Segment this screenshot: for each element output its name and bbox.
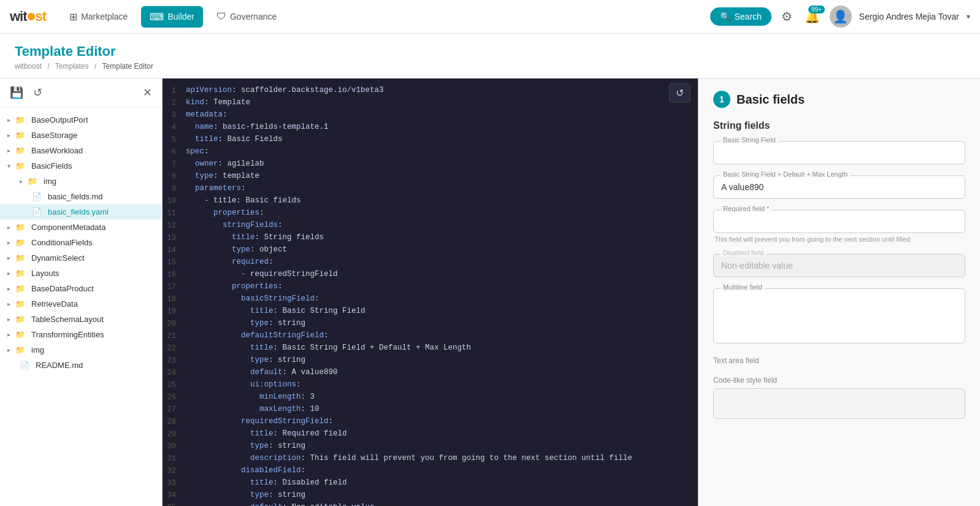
line-content: required: — [186, 258, 698, 270]
sidebar-item[interactable]: ▸📁img — [0, 342, 162, 358]
text-input[interactable] — [713, 141, 965, 164]
field-hint: This field will prevent you from going t… — [713, 236, 965, 243]
sidebar-item[interactable]: ▾📁BasicFields — [0, 158, 162, 174]
line-content: type: template — [186, 172, 698, 184]
code-line: 1apiVersion: scaffolder.backstage.io/v1b… — [163, 86, 698, 98]
multiline-input[interactable] — [713, 288, 965, 343]
breadcrumb-templates[interactable]: Templates — [55, 62, 89, 71]
folder-arrow-icon: ▸ — [7, 255, 10, 261]
code-line: 21 defaultStringField: — [163, 331, 698, 343]
save-button[interactable]: 💾 — [7, 83, 26, 102]
nav-builder[interactable]: ⌨ Builder — [141, 6, 203, 28]
line-number: 25 — [163, 380, 186, 393]
line-content: properties: — [186, 282, 698, 294]
nav-governance[interactable]: 🛡 Governance — [208, 6, 285, 27]
line-number: 11 — [163, 209, 186, 221]
sidebar-item[interactable]: ▸📁img — [0, 174, 162, 189]
line-number: 5 — [163, 135, 186, 147]
code-line: 32 disabledField: — [163, 466, 698, 478]
editor-refresh-button[interactable]: ↺ — [669, 83, 691, 102]
breadcrumb-current: Template Editor — [102, 62, 153, 71]
refresh-button[interactable]: ↺ — [31, 83, 45, 102]
line-content: description: This field will prevent you… — [186, 454, 698, 466]
line-number: 12 — [163, 221, 186, 233]
line-content: title: Disabled field — [186, 478, 698, 491]
sidebar-item[interactable]: 📄basic_fields.yaml — [0, 204, 162, 220]
code-line: 17 properties: — [163, 282, 698, 294]
tree-item-label: img — [44, 177, 56, 186]
field-group: Multiline field — [713, 288, 965, 345]
avatar: 👤 — [830, 6, 852, 28]
breadcrumb-home[interactable]: witboost — [15, 62, 42, 71]
line-content: minLength: 3 — [186, 393, 698, 405]
line-number: 28 — [163, 417, 186, 429]
sidebar-item[interactable]: ▸📁DynamicSelect — [0, 250, 162, 266]
line-number: 19 — [163, 307, 186, 319]
field-label: Basic String Field + Default + Max Lengt… — [721, 171, 850, 178]
code-line: 4 name: basic-fields-template.1 — [163, 123, 698, 135]
line-content: title: String fields — [186, 233, 698, 245]
search-button[interactable]: 🔍 Search — [710, 7, 771, 26]
code-editor[interactable]: ↺ 1apiVersion: scaffolder.backstage.io/v… — [163, 79, 698, 506]
sidebar-item[interactable]: ▸📁TransformingEntities — [0, 327, 162, 342]
folder-arrow-icon: ▸ — [7, 117, 10, 123]
folder-icon: 📁 — [28, 177, 37, 186]
code-line: 14 type: object — [163, 245, 698, 258]
line-number: 29 — [163, 429, 186, 442]
line-number: 13 — [163, 233, 186, 245]
folder-arrow-icon: ▸ — [7, 239, 10, 246]
sidebar-item[interactable]: ▸📁ComponentMetadata — [0, 220, 162, 235]
line-content: - title: Basic fields — [186, 196, 698, 209]
text-input[interactable] — [713, 210, 965, 233]
right-panel: 1 Basic fields String fields Basic Strin… — [698, 79, 980, 506]
line-content: default: Non-editable value — [186, 503, 698, 506]
settings-button[interactable]: ⚙ — [779, 7, 795, 26]
textarea-label: Text area field — [713, 356, 965, 365]
code-line: 22 title: Basic String Field + Default +… — [163, 343, 698, 356]
sidebar-toolbar: 💾 ↺ ✕ — [0, 79, 162, 107]
folder-icon: 📁 — [15, 146, 25, 155]
sidebar-item[interactable]: ▸📁BaseStorage — [0, 128, 162, 143]
page-title: Template Editor — [15, 44, 965, 59]
sidebar-item[interactable]: ▸📁BaseDataProduct — [0, 281, 162, 296]
sidebar-item[interactable]: ▸📁BaseOutputPort — [0, 112, 162, 128]
code-line: 9 parameters: — [163, 184, 698, 196]
line-content: type: object — [186, 245, 698, 258]
sidebar-item[interactable]: ▸📁ConditionalFields — [0, 235, 162, 250]
code-line: 27 maxLength: 10 — [163, 405, 698, 417]
line-content: type: string — [186, 356, 698, 368]
line-number: 16 — [163, 270, 186, 282]
code-input[interactable] — [713, 388, 965, 419]
sidebar-item[interactable]: 📄basic_fields.md — [0, 189, 162, 204]
folder-arrow-icon: ▸ — [7, 285, 10, 292]
line-number: 33 — [163, 478, 186, 491]
sidebar-item[interactable]: ▸📁BaseWorkload — [0, 143, 162, 158]
sidebar-item[interactable]: 📄README.md — [0, 358, 162, 373]
builder-icon: ⌨ — [150, 11, 164, 23]
line-number: 32 — [163, 466, 186, 478]
sidebar-item[interactable]: ▸📁Layouts — [0, 266, 162, 281]
line-number: 14 — [163, 245, 186, 258]
line-content: parameters: — [186, 184, 698, 196]
sidebar-item[interactable]: ▸📁RetrieveData — [0, 296, 162, 312]
folder-icon: 📁 — [15, 330, 25, 339]
chevron-down-icon[interactable]: ▾ — [967, 12, 970, 21]
text-input[interactable] — [713, 175, 965, 199]
nav-marketplace[interactable]: ⊞ Marketplace — [61, 6, 136, 28]
tree-item-label: basic_fields.yaml — [48, 207, 109, 217]
code-line: 18 basicStringField: — [163, 294, 698, 307]
notifications-button[interactable]: 🔔 99+ — [802, 7, 822, 26]
tree-item-label: RetrieveData — [31, 299, 78, 309]
main-layout: 💾 ↺ ✕ ▸📁BaseOutputPort▸📁BaseStorage▸📁Bas… — [0, 79, 980, 506]
sidebar-tree: ▸📁BaseOutputPort▸📁BaseStorage▸📁BaseWorkl… — [0, 107, 162, 506]
close-button[interactable]: ✕ — [140, 83, 155, 102]
sidebar-item[interactable]: ▸📁TableSchemaLayout — [0, 312, 162, 327]
field-group: Basic String Field — [713, 141, 965, 164]
folder-icon: 📁 — [15, 238, 25, 247]
page-header: Template Editor witboost / Templates / T… — [0, 34, 980, 79]
field-group: Basic String Field + Default + Max Lengt… — [713, 175, 965, 199]
field-group: Required field *This field will prevent … — [713, 210, 965, 243]
folder-icon: 📁 — [15, 131, 25, 140]
code-line: 34 type: string — [163, 491, 698, 503]
file-icon: 📄 — [32, 207, 42, 217]
